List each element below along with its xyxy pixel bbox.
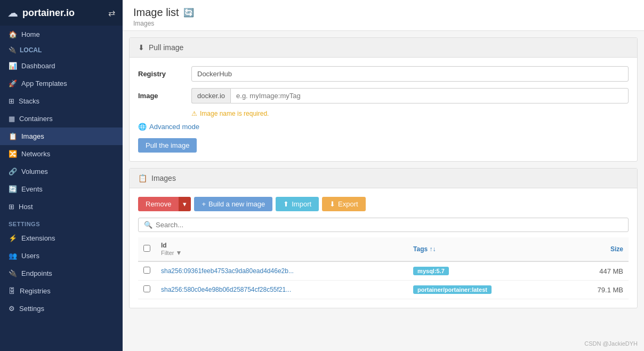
tag-badge: mysql:5.7 [413,267,449,275]
registry-row: Registry DockerHub [138,66,629,82]
sidebar-item-events[interactable]: 🔄 Events [0,180,123,198]
sidebar-item-endpoints[interactable]: 🔌 Endpoints [0,265,123,282]
search-icon: 🔍 [144,221,152,229]
export-button[interactable]: ⬇ Export [322,197,366,211]
sidebar-group-local: 🔌 LOCAL [0,43,123,57]
sidebar-item-label: Events [21,185,43,193]
tag-badge: portainer/portainer:latest [413,285,492,294]
sidebar-item-label: Volumes [21,167,48,176]
containers-icon: ▦ [9,115,15,123]
row-size: 79.1 MB [565,281,629,299]
users-icon: 👥 [9,252,17,260]
search-input[interactable] [156,221,623,229]
images-body: Remove ▾ + Build a new image ⬆ Import ⬇ … [130,188,637,308]
row-checkbox[interactable] [143,267,150,274]
plug-icon: 🔌 [9,46,17,54]
import-button[interactable]: ⬆ Import [276,197,319,211]
download-icon: ⬇ [138,43,144,52]
sidebar-item-volumes[interactable]: 🔗 Volumes [0,163,123,180]
stacks-icon: ⊞ [9,97,14,105]
warning-icon: ⚠ [191,110,197,117]
sidebar-item-settings[interactable]: ⚙ Settings [0,300,123,317]
settings-section-header: SETTINGS [0,216,123,229]
globe-icon: 🌐 [138,123,147,131]
row-tags: portainer/portainer:latest [408,281,564,299]
sidebar-item-app-templates[interactable]: 🚀 App Templates [0,75,123,92]
select-all-header [138,237,156,261]
dashboard-icon: 📊 [9,62,17,70]
sidebar-item-label: Extensions [21,234,55,242]
logo-icon: ☁ [7,6,18,19]
row-checkbox-cell [138,281,156,299]
sidebar-item-label: Containers [19,115,53,123]
copy-icon: 📋 [138,174,147,182]
sidebar-item-registries[interactable]: 🗄 Registries [0,282,123,300]
extensions-icon: ⚡ [9,234,17,242]
sidebar-item-label: Dashboard [21,62,55,70]
refresh-icon[interactable]: 🔄 [183,7,194,18]
sidebar-item-host[interactable]: ⊞ Host [0,198,123,216]
images-toolbar: Remove ▾ + Build a new image ⬆ Import ⬇ … [138,197,629,211]
images-section: 📋 Images Remove ▾ + Build a new image ⬆ … [129,168,638,308]
row-id: sha256:580c0e4e98b06d258754cf28c55f21... [156,281,408,299]
id-column-header: Id Filter ▼ [156,237,408,261]
image-warning: ⚠ Image name is required. [191,110,629,117]
sidebar-item-label: Endpoints [21,269,52,277]
row-checkbox[interactable] [143,285,150,292]
size-column-header[interactable]: Size [565,237,629,261]
sidebar-item-label: Images [21,132,44,140]
home-icon: 🏠 [9,30,17,38]
sidebar-item-containers[interactable]: ▦ Containers [0,110,123,127]
images-header: 📋 Images [130,169,637,188]
images-table: Id Filter ▼ Tags ↑↓ Size [138,237,629,299]
row-id: sha256:09361feeb4753ac9da80ead4d46e2b... [156,261,408,281]
remove-button[interactable]: Remove [138,197,179,211]
filter-label: Filter ▼ [161,250,182,256]
registry-display: DockerHub [191,66,629,82]
tags-column-header[interactable]: Tags ↑↓ [408,237,564,261]
sidebar-item-dashboard[interactable]: 📊 Dashboard [0,57,123,75]
remove-dropdown-button[interactable]: ▾ [179,197,191,211]
sidebar-item-label: Networks [21,150,50,158]
sidebar-item-home[interactable]: 🏠 Home [0,26,123,43]
registries-icon: 🗄 [9,287,15,295]
download-export-icon: ⬇ [329,200,335,208]
sidebar-item-label: Users [21,252,39,260]
image-row: Image docker.io [138,88,629,103]
main-content: Image list 🔄 Images ⬇ Pull image Registr… [123,0,644,351]
row-tags: mysql:5.7 [408,261,564,281]
sidebar-item-label: Registries [20,287,51,295]
sidebar-item-stacks[interactable]: ⊞ Stacks [0,92,123,110]
page-header: Image list 🔄 Images [123,0,644,31]
sidebar: ☁ portainer.io ⇄ 🏠 Home 🔌 LOCAL 📊 Dashbo… [0,0,123,351]
pull-image-button[interactable]: Pull the image [138,138,197,153]
events-icon: 🔄 [9,185,17,193]
logo-text: portainer.io [22,7,75,19]
rocket-icon: 🚀 [9,79,17,87]
table-row: sha256:580c0e4e98b06d258754cf28c55f21...… [138,281,629,299]
pull-image-section: ⬇ Pull image Registry DockerHub Image do… [129,37,638,162]
select-all-checkbox[interactable] [143,245,150,252]
host-icon: ⊞ [9,203,14,211]
search-box: 🔍 [138,218,629,232]
pull-image-body: Registry DockerHub Image docker.io ⚠ Ima… [130,58,637,161]
sidebar-logo: ☁ portainer.io ⇄ [0,0,123,26]
row-size: 447 MB [565,261,629,281]
endpoints-icon: 🔌 [9,269,17,277]
upload-icon: ⬆ [283,200,289,208]
sidebar-item-networks[interactable]: 🔀 Networks [0,145,123,163]
page-title: Image list 🔄 [133,6,633,19]
networks-icon: 🔀 [9,150,17,158]
image-input[interactable] [230,88,629,103]
page-subtitle: Images [133,20,633,27]
image-prefix: docker.io [191,88,230,103]
toggle-sidebar-icon[interactable]: ⇄ [108,8,115,18]
sidebar-item-images[interactable]: 📋 Images [0,127,123,145]
sidebar-item-users[interactable]: 👥 Users [0,247,123,265]
images-icon: 📋 [9,132,17,140]
advanced-mode-link[interactable]: 🌐 Advanced mode [138,123,629,131]
watermark: CSDN @JackieDYH [584,340,638,347]
build-new-image-button[interactable]: + Build a new image [194,197,272,211]
sidebar-item-extensions[interactable]: ⚡ Extensions [0,229,123,247]
remove-button-group: Remove ▾ [138,197,191,211]
